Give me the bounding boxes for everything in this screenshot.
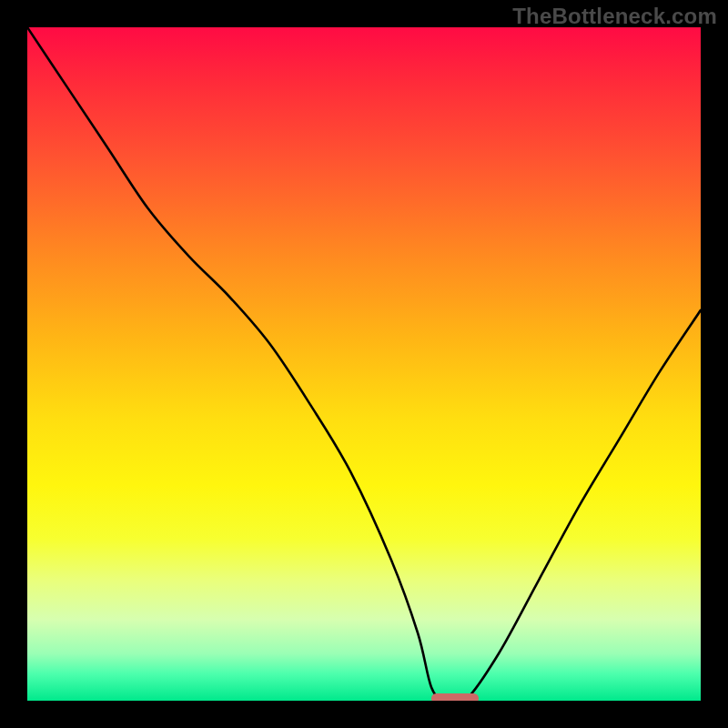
watermark-text: TheBottleneck.com bbox=[512, 4, 717, 29]
plot-area bbox=[27, 27, 701, 701]
chart-frame: TheBottleneck.com bbox=[0, 0, 728, 728]
bottleneck-curve-path bbox=[27, 27, 701, 701]
optimal-range-marker bbox=[431, 693, 479, 701]
bottleneck-curve bbox=[27, 27, 701, 701]
